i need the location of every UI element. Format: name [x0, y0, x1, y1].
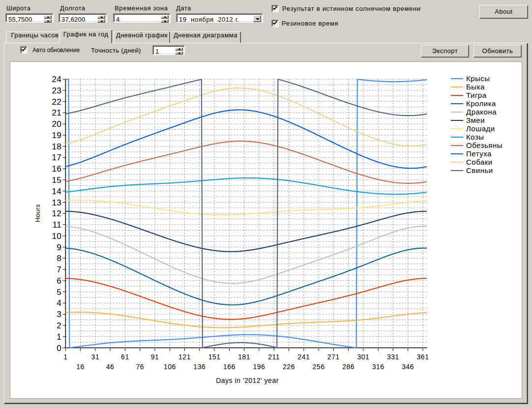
- svg-text:211: 211: [268, 353, 280, 361]
- svg-text:21: 21: [52, 108, 61, 117]
- svg-text:Лошади: Лошади: [466, 124, 495, 133]
- svg-text:1: 1: [63, 353, 67, 361]
- svg-text:271: 271: [327, 353, 340, 361]
- svg-text:121: 121: [178, 353, 191, 361]
- svg-text:46: 46: [106, 363, 115, 371]
- svg-text:286: 286: [342, 363, 355, 371]
- svg-text:2: 2: [57, 321, 61, 330]
- svg-text:18: 18: [52, 142, 61, 151]
- svg-text:91: 91: [151, 353, 159, 361]
- svg-text:76: 76: [136, 363, 144, 371]
- svg-text:14: 14: [52, 187, 61, 196]
- svg-text:16: 16: [76, 363, 85, 371]
- svg-text:10: 10: [52, 232, 61, 241]
- svg-text:15: 15: [52, 175, 61, 185]
- svg-text:22: 22: [52, 97, 61, 107]
- svg-text:Свиньи: Свиньи: [466, 166, 493, 175]
- svg-text:361: 361: [417, 353, 429, 361]
- svg-text:7: 7: [57, 265, 61, 274]
- svg-text:Обезьяны: Обезьяны: [466, 141, 502, 149]
- svg-text:13: 13: [52, 198, 61, 207]
- svg-text:6: 6: [57, 276, 61, 286]
- svg-text:346: 346: [402, 363, 414, 371]
- svg-text:181: 181: [238, 353, 250, 361]
- svg-text:17: 17: [52, 153, 61, 162]
- svg-text:12: 12: [52, 209, 61, 218]
- svg-text:19: 19: [52, 131, 61, 140]
- svg-text:Кролика: Кролика: [466, 99, 496, 108]
- svg-text:Змеи: Змеи: [466, 116, 485, 124]
- svg-text:241: 241: [297, 353, 310, 361]
- svg-text:196: 196: [253, 363, 265, 371]
- svg-text:Собаки: Собаки: [466, 158, 493, 166]
- svg-text:5: 5: [57, 288, 61, 297]
- svg-text:3: 3: [57, 310, 61, 319]
- svg-text:4: 4: [57, 298, 61, 308]
- svg-text:8: 8: [57, 254, 61, 263]
- svg-text:24: 24: [52, 75, 61, 84]
- svg-text:0: 0: [57, 344, 61, 353]
- svg-text:Hours: Hours: [34, 204, 41, 222]
- svg-text:Крысы: Крысы: [466, 74, 490, 83]
- svg-text:Days in '2012' year: Days in '2012' year: [216, 377, 279, 384]
- svg-text:106: 106: [164, 363, 176, 371]
- svg-text:Козы: Козы: [466, 133, 484, 141]
- svg-text:11: 11: [53, 220, 62, 230]
- svg-text:166: 166: [223, 363, 236, 371]
- svg-text:1: 1: [57, 332, 61, 342]
- svg-text:151: 151: [208, 353, 221, 361]
- svg-text:61: 61: [121, 353, 129, 361]
- svg-text:20: 20: [52, 119, 61, 129]
- svg-text:301: 301: [357, 353, 369, 361]
- svg-text:136: 136: [193, 363, 206, 371]
- svg-text:Дракона: Дракона: [466, 108, 497, 116]
- svg-text:331: 331: [387, 353, 399, 361]
- svg-text:226: 226: [283, 363, 295, 371]
- svg-text:256: 256: [313, 363, 325, 371]
- svg-text:316: 316: [372, 363, 384, 371]
- svg-text:23: 23: [52, 86, 61, 95]
- svg-text:9: 9: [57, 243, 61, 252]
- svg-text:Петуха: Петуха: [466, 149, 492, 158]
- svg-text:16: 16: [52, 164, 61, 174]
- svg-text:31: 31: [91, 353, 100, 361]
- svg-text:Тигра: Тигра: [466, 91, 487, 99]
- svg-text:Быка: Быка: [466, 83, 485, 91]
